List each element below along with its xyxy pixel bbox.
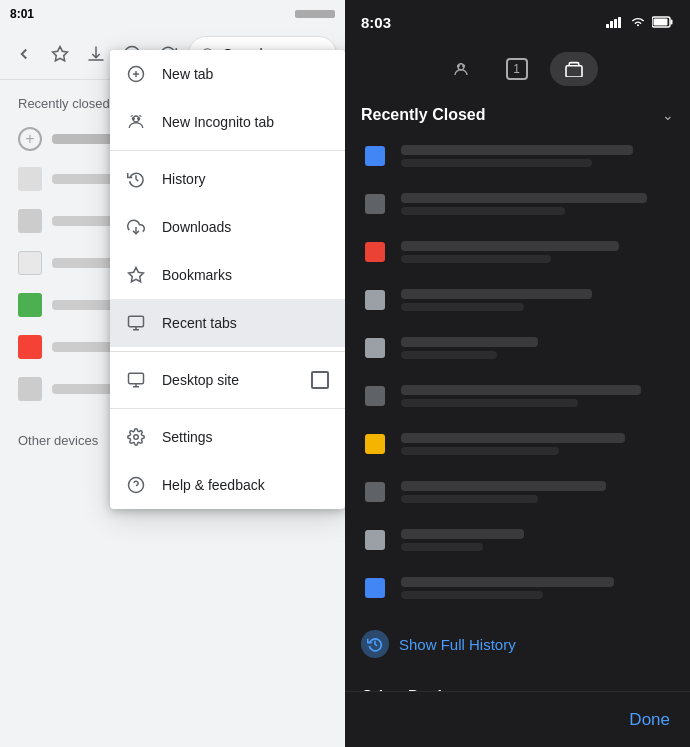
closed-item-1[interactable]	[345, 132, 690, 180]
favicon-6	[361, 382, 389, 410]
closed-item-text-7	[401, 433, 674, 455]
right-bottom-bar: Done	[345, 691, 690, 747]
favicon-4	[361, 286, 389, 314]
favicon-3	[361, 238, 389, 266]
svg-point-32	[462, 65, 464, 67]
svg-point-20	[134, 435, 139, 440]
svg-rect-14	[129, 316, 144, 327]
show-history-icon	[361, 630, 389, 658]
dropdown-menu: New tab New Incognito tab	[110, 50, 345, 509]
downloads-icon	[126, 217, 146, 237]
closed-item-7[interactable]	[345, 420, 690, 468]
other-devices-header: Other Devices ⌄	[345, 676, 690, 691]
closed-item-text-2	[401, 193, 674, 215]
menu-item-settings[interactable]: Settings	[110, 413, 345, 461]
history-label: History	[162, 171, 329, 187]
favicon-1	[361, 142, 389, 170]
recently-closed-chevron[interactable]: ⌄	[662, 107, 674, 123]
status-bar-right: 8:03	[345, 0, 690, 44]
svg-rect-33	[566, 66, 582, 77]
svg-rect-24	[610, 21, 613, 28]
closed-item-8[interactable]	[345, 468, 690, 516]
status-bar-left: 8:01	[0, 0, 345, 28]
show-full-history-btn[interactable]: Show Full History	[345, 616, 690, 672]
bookmarks-icon	[126, 265, 146, 285]
help-label: Help & feedback	[162, 477, 329, 493]
closed-item-4[interactable]	[345, 276, 690, 324]
closed-item-text-4	[401, 289, 674, 311]
tabs-view-btn[interactable]	[550, 52, 598, 86]
svg-point-31	[457, 65, 459, 67]
right-content-area: Recently Closed ⌄	[345, 94, 690, 691]
menu-item-bookmarks[interactable]: Bookmarks	[110, 251, 345, 299]
closed-item-text-6	[401, 385, 674, 407]
menu-item-help[interactable]: Help & feedback	[110, 461, 345, 509]
svg-rect-26	[618, 17, 621, 28]
closed-item-2[interactable]	[345, 180, 690, 228]
svg-point-11	[138, 118, 140, 120]
divider-3	[110, 408, 345, 409]
svg-rect-17	[129, 373, 144, 384]
closed-item-text-10	[401, 577, 674, 599]
closed-item-5[interactable]	[345, 324, 690, 372]
downloads-label: Downloads	[162, 219, 329, 235]
closed-item-text-3	[401, 241, 674, 263]
incognito-tab-btn[interactable]	[438, 52, 484, 86]
favicon-8	[361, 478, 389, 506]
closed-item-9[interactable]	[345, 516, 690, 564]
recent-tabs-icon	[126, 313, 146, 333]
favicon-10	[361, 574, 389, 602]
favicon-5	[361, 334, 389, 362]
divider-2	[110, 351, 345, 352]
download-icon[interactable]	[80, 38, 112, 70]
wifi-icon	[630, 16, 646, 28]
favicon-9	[361, 526, 389, 554]
new-tab-label: New tab	[162, 66, 329, 82]
history-icon-blue	[367, 636, 383, 652]
svg-marker-13	[129, 268, 144, 282]
desktop-site-label: Desktop site	[162, 372, 295, 388]
menu-item-recent-tabs[interactable]: Recent tabs	[110, 299, 345, 347]
tabs-view-icon	[564, 61, 584, 77]
incognito-icon	[126, 112, 146, 132]
menu-item-downloads[interactable]: Downloads	[110, 203, 345, 251]
right-panel: 8:03	[345, 0, 690, 747]
help-icon	[126, 475, 146, 495]
recently-closed-header: Recently Closed ⌄	[345, 94, 690, 132]
add-tab-icon: +	[18, 127, 42, 151]
star-icon[interactable]	[44, 38, 76, 70]
tab-count: 1	[506, 58, 528, 80]
time-right: 8:03	[361, 14, 391, 31]
incognito-label: New Incognito tab	[162, 114, 329, 130]
back-icon[interactable]	[8, 38, 40, 70]
closed-item-3[interactable]	[345, 228, 690, 276]
closed-item-10[interactable]	[345, 564, 690, 612]
svg-rect-23	[606, 24, 609, 28]
history-icon	[126, 169, 146, 189]
menu-item-desktop-site[interactable]: Desktop site	[110, 356, 345, 404]
desktop-site-checkbox[interactable]	[311, 371, 329, 389]
recent-tabs-label: Recent tabs	[162, 315, 329, 331]
recently-closed-title: Recently Closed	[361, 106, 485, 124]
battery-placeholder	[295, 10, 335, 18]
favicon-2	[361, 190, 389, 218]
tab-toolbar: 1	[345, 44, 690, 94]
show-history-text: Show Full History	[399, 636, 516, 653]
status-icons-left	[295, 10, 335, 18]
normal-tab-btn[interactable]: 1	[492, 52, 542, 86]
menu-item-new-tab[interactable]: New tab	[110, 50, 345, 98]
settings-icon	[126, 427, 146, 447]
incognito-tab-icon	[452, 60, 470, 78]
closed-item-6[interactable]	[345, 372, 690, 420]
closed-item-text-5	[401, 337, 674, 359]
done-button[interactable]: Done	[629, 710, 670, 730]
svg-rect-29	[671, 20, 673, 25]
closed-item-text-9	[401, 529, 674, 551]
menu-item-history[interactable]: History	[110, 155, 345, 203]
svg-point-10	[132, 118, 134, 120]
time-left: 8:01	[10, 7, 34, 21]
closed-item-text-1	[401, 145, 674, 167]
menu-item-incognito[interactable]: New Incognito tab	[110, 98, 345, 146]
desktop-site-icon	[126, 370, 146, 390]
bookmarks-label: Bookmarks	[162, 267, 329, 283]
